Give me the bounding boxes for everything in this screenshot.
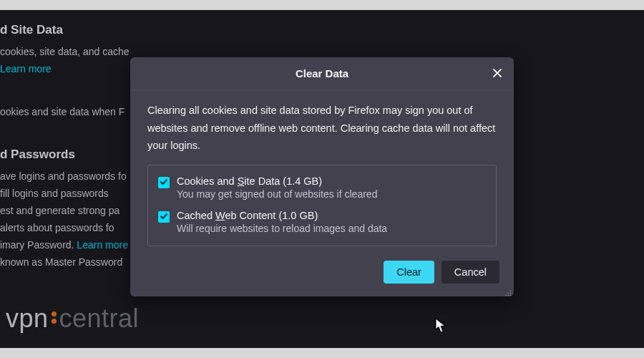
option-cache-text: Cached Web Content (1.0 GB) Will require… — [177, 210, 387, 234]
svg-point-5 — [510, 295, 512, 296]
svg-point-2 — [510, 293, 512, 294]
option-cookies-site-data[interactable]: Cookies and Site Data (1.4 GB) You may g… — [158, 175, 486, 200]
watermark-vpn: vpn — [6, 304, 49, 334]
svg-point-1 — [508, 293, 509, 294]
svg-point-4 — [508, 295, 509, 296]
watermark: vpn central — [6, 304, 139, 334]
checkbox-cookies[interactable] — [158, 177, 170, 188]
dialog-description: Clearing all cookies and site data store… — [147, 102, 497, 155]
checkbox-cache[interactable] — [158, 211, 170, 223]
option-cookies-label: Cookies and Site Data (1.4 GB) — [177, 175, 377, 187]
app-window: d Site Data cookies, site data, and cach… — [0, 10, 644, 348]
resize-handle-icon[interactable] — [504, 287, 512, 294]
check-icon — [160, 177, 168, 188]
dialog-actions: Clear Cancel — [130, 252, 514, 296]
dialog-body: Clearing all cookies and site data store… — [130, 90, 514, 252]
option-cookies-text: Cookies and Site Data (1.4 GB) You may g… — [177, 175, 377, 200]
check-icon — [160, 211, 168, 223]
clear-button[interactable]: Clear — [384, 261, 434, 284]
option-cached-web-content[interactable]: Cached Web Content (1.0 GB) Will require… — [158, 210, 486, 234]
cancel-button[interactable]: Cancel — [441, 261, 499, 284]
watermark-dots-icon — [52, 311, 57, 324]
options-group: Cookies and Site Data (1.4 GB) You may g… — [147, 165, 497, 246]
close-button[interactable] — [487, 63, 508, 84]
svg-point-3 — [506, 295, 507, 296]
svg-point-0 — [510, 291, 512, 292]
option-cookies-sub: You may get signed out of websites if cl… — [177, 188, 377, 200]
modal-backdrop: Clear Data Clearing all cookies and site… — [0, 10, 644, 348]
dialog-header: Clear Data — [130, 57, 514, 90]
option-cache-sub: Will require websites to reload images a… — [177, 223, 387, 234]
dialog-title: Clear Data — [296, 67, 348, 79]
watermark-central: central — [59, 304, 140, 334]
clear-data-dialog: Clear Data Clearing all cookies and site… — [130, 57, 514, 296]
option-cache-label: Cached Web Content (1.0 GB) — [177, 210, 387, 221]
close-icon — [492, 68, 502, 80]
